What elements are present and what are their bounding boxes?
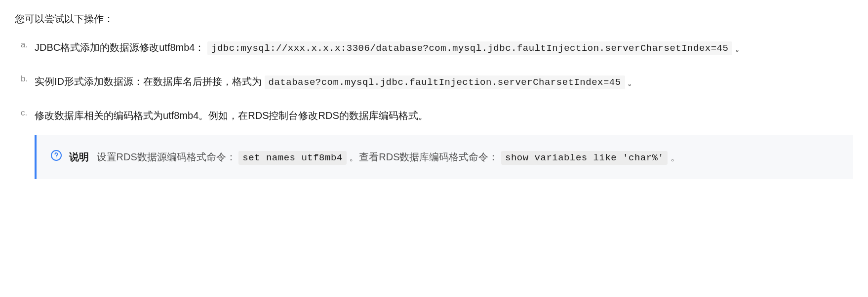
note-content: 说明 设置RDS数据源编码格式命令： set names utf8mb4 。查看…	[69, 147, 839, 167]
item-text-after: 。	[735, 42, 745, 53]
intro-text: 您可以尝试以下操作：	[15, 10, 853, 28]
item-content: JDBC格式添加的数据源修改utf8mb4： jdbc:mysql://xxx.…	[35, 42, 745, 53]
note-box: 说明 设置RDS数据源编码格式命令： set names utf8mb4 。查看…	[35, 135, 853, 179]
item-text-after: 。	[628, 76, 637, 87]
note-text: 。	[671, 151, 680, 162]
svg-point-1	[56, 157, 56, 158]
code-snippet: database?com.mysql.jdbc.faultInjection.s…	[265, 75, 625, 89]
item-content: 实例ID形式添加数据源：在数据库名后拼接，格式为 database?com.my…	[35, 76, 637, 87]
list-marker: a.	[21, 37, 28, 53]
note-label: 说明	[69, 151, 89, 162]
list-item: a. JDBC格式添加的数据源修改utf8mb4： jdbc:mysql://x…	[35, 37, 853, 58]
code-snippet: set names utf8mb4	[238, 151, 346, 165]
item-text: 实例ID形式添加数据源：在数据库名后拼接，格式为	[35, 76, 262, 87]
item-content: 修改数据库相关的编码格式为utf8mb4。例如，在RDS控制台修改RDS的数据库…	[35, 110, 428, 121]
item-text: JDBC格式添加的数据源修改utf8mb4：	[35, 42, 205, 53]
steps-list: a. JDBC格式添加的数据源修改utf8mb4： jdbc:mysql://x…	[15, 37, 853, 179]
item-text: 修改数据库相关的编码格式为utf8mb4。例如，在RDS控制台修改RDS的数据库…	[35, 110, 428, 121]
list-item: c. 修改数据库相关的编码格式为utf8mb4。例如，在RDS控制台修改RDS的…	[35, 106, 853, 179]
note-text: 设置RDS数据源编码格式命令：	[97, 151, 236, 162]
list-marker: b.	[21, 72, 28, 87]
note-text: 。查看RDS数据库编码格式命令：	[349, 151, 498, 162]
list-marker: c.	[21, 106, 27, 121]
list-item: b. 实例ID形式添加数据源：在数据库名后拼接，格式为 database?com…	[35, 72, 853, 92]
info-icon	[50, 149, 62, 161]
code-snippet: jdbc:mysql://xxx.x.x.x:3306/database?com…	[207, 41, 732, 55]
code-snippet: show variables like 'char%'	[501, 151, 668, 165]
